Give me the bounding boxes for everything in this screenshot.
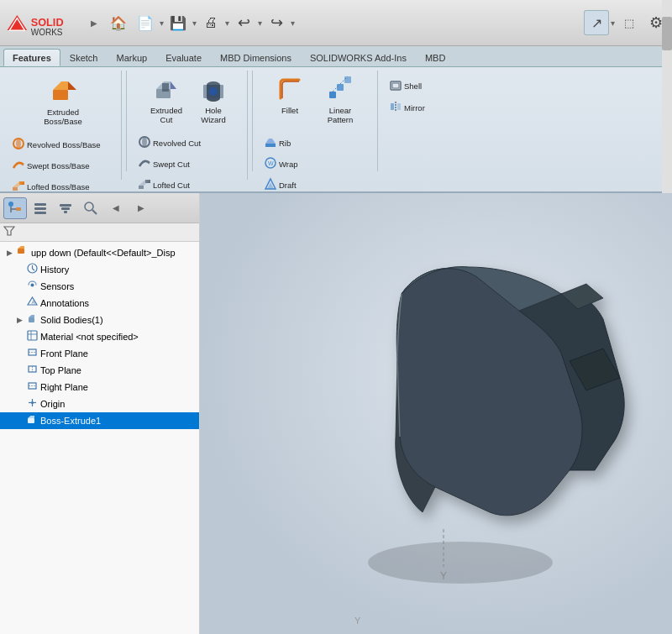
annotations-label: Annotations [40, 298, 89, 308]
tab-mbd-dimensions[interactable]: MBD Dimensions [211, 49, 301, 66]
select-dropdown[interactable]: ▾ [611, 18, 615, 28]
history-icon [27, 263, 38, 276]
divider-1 [126, 71, 127, 171]
prev-button[interactable]: ◀ [104, 197, 128, 219]
tree-sensors[interactable]: Sensors [0, 278, 199, 295]
wrap-button[interactable]: W Wrap [260, 154, 370, 174]
ribbon: Features Sketch Markup Evaluate MBD Dime… [0, 46, 672, 193]
lofted-boss-icon [12, 179, 25, 194]
search-button[interactable] [79, 197, 102, 219]
tab-evaluate[interactable]: Evaluate [156, 49, 211, 66]
save-button[interactable]: 💾 [165, 10, 191, 35]
next-button[interactable]: ▶ [129, 197, 153, 219]
tree-history[interactable]: History [0, 261, 199, 278]
sensors-label: Sensors [40, 281, 74, 291]
front-plane-label: Front Plane [40, 348, 88, 359]
mirror-button[interactable]: Mirror [386, 97, 495, 118]
redo-dropdown[interactable]: ▾ [291, 18, 295, 28]
redo-button[interactable]: ↪ [264, 10, 289, 35]
tree-view-button[interactable] [3, 197, 27, 219]
feature-tree: ▶ upp down (Default<<Default>_Disp [0, 242, 199, 634]
svg-marker-78 [28, 416, 34, 418]
svg-point-42 [8, 202, 13, 207]
features-row1: Fillet LinearPattern [266, 72, 364, 129]
hole-wizard-label: HoleWizard [201, 106, 226, 125]
home-button[interactable]: 🏠 [106, 10, 131, 35]
tab-sketch[interactable]: Sketch [60, 49, 108, 66]
draft-label: Draft [279, 181, 297, 190]
material-label: Material <not specified> [40, 332, 139, 342]
view-button[interactable]: ⬚ [617, 10, 642, 35]
revolved-cut-button[interactable]: Revolved Cut [134, 133, 244, 153]
extruded-boss-base-button[interactable]: ExtrudedBoss/Base [38, 72, 88, 131]
revolved-boss-button[interactable]: Revolved Boss/Base [8, 134, 118, 155]
extruded-cut-button[interactable]: ExtrudedCut [143, 72, 190, 129]
lofted-cut-label: Lofted Cut [153, 181, 190, 190]
linear-pattern-button[interactable]: LinearPattern [317, 72, 364, 129]
tree-solid-bodies[interactable]: ▶ Solid Bodies(1) [0, 312, 199, 328]
svg-rect-15 [162, 83, 169, 92]
svg-rect-47 [34, 207, 46, 210]
ribbon-content: ExtrudedBoss/Base Revolved Boss/Base [0, 67, 672, 189]
svg-marker-14 [171, 81, 176, 89]
svg-marker-54 [4, 227, 14, 235]
root-expand: ▶ [7, 249, 17, 257]
print-dropdown[interactable]: ▾ [225, 18, 229, 28]
top-plane-icon [27, 364, 38, 377]
tree-material[interactable]: Material <not specified> [0, 328, 199, 345]
tab-mbd[interactable]: MBD [416, 49, 454, 66]
tree-root[interactable]: ▶ upp down (Default<<Default>_Disp [0, 244, 199, 261]
svg-rect-31 [265, 144, 276, 147]
save-dropdown[interactable]: ▾ [192, 18, 197, 28]
viewport[interactable]: Y Y [200, 193, 672, 634]
tree-annotations[interactable]: A Annotations [0, 295, 199, 312]
new-button[interactable]: 📄 [133, 10, 158, 35]
shell-button[interactable]: Shell [386, 76, 495, 96]
viewport-overlay[interactable] [200, 193, 672, 634]
history-label: History [40, 265, 69, 275]
tree-right-plane[interactable]: Right Plane [0, 379, 199, 396]
tree-origin[interactable]: Origin [0, 396, 199, 412]
tab-addins[interactable]: SOLIDWORKS Add-Ins [301, 49, 416, 66]
wrap-icon: W [264, 156, 277, 171]
rib-button[interactable]: Rib [260, 133, 370, 153]
tab-markup[interactable]: Markup [108, 49, 157, 66]
hole-wizard-button[interactable]: HoleWizard [192, 72, 235, 129]
tree-front-plane[interactable]: Front Plane [0, 345, 199, 362]
swept-cut-label: Swept Cut [153, 160, 190, 169]
undo-dropdown[interactable]: ▾ [258, 18, 262, 28]
undo-button[interactable]: ↩ [231, 10, 256, 35]
swept-boss-icon [12, 158, 25, 173]
expand-arrow[interactable]: ▶ [91, 18, 97, 28]
filter-button[interactable] [54, 197, 77, 219]
swept-boss-button[interactable]: Swept Boss/Base [8, 155, 118, 176]
svg-point-8 [16, 139, 21, 149]
tab-features[interactable]: Features [3, 49, 60, 66]
shell-icon [389, 78, 402, 93]
select-button[interactable]: ↗ [584, 10, 609, 35]
flat-view-button[interactable] [29, 197, 52, 219]
svg-point-20 [209, 87, 218, 96]
draft-button[interactable]: Draft [260, 175, 370, 195]
lofted-cut-button[interactable]: Lofted Cut [134, 175, 244, 195]
right-plane-icon [27, 380, 38, 394]
filter-icon [3, 225, 15, 239]
svg-marker-6 [68, 81, 76, 90]
tree-top-plane[interactable]: Top Plane [0, 362, 199, 379]
mirror-label: Mirror [404, 103, 425, 113]
linear-pattern-label: LinearPattern [328, 106, 354, 125]
fillet-button[interactable]: Fillet [266, 72, 313, 119]
swept-cut-button[interactable]: Swept Cut [134, 154, 244, 174]
tree-boss-extrude1[interactable]: Boss-Extrude1 [0, 412, 199, 429]
swept-boss-label: Swept Boss/Base [27, 161, 89, 170]
annotations-icon: A [27, 296, 38, 310]
svg-rect-4 [53, 90, 68, 100]
new-dropdown[interactable]: ▾ [160, 18, 164, 28]
svg-rect-65 [28, 331, 37, 340]
extruded-cut-label: ExtrudedCut [150, 106, 182, 125]
revolved-boss-label: Revolved Boss/Base [27, 140, 101, 149]
fillet-label: Fillet [281, 106, 298, 115]
print-button[interactable]: 🖨 [198, 10, 223, 35]
svg-rect-38 [392, 83, 399, 88]
svg-point-60 [31, 284, 34, 287]
